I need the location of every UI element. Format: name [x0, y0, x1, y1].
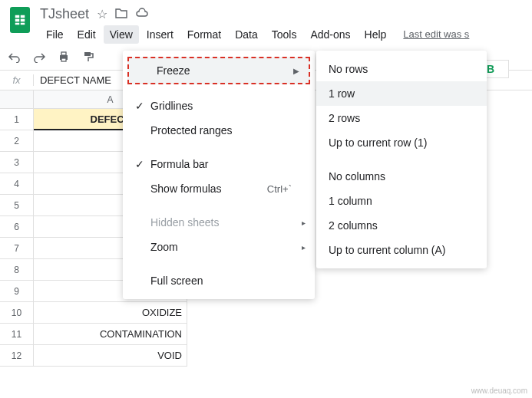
menu-file[interactable]: File [40, 25, 70, 44]
row-header[interactable]: 5 [0, 195, 34, 216]
freeze-1-column[interactable]: 1 column [316, 189, 487, 213]
menu-protected-ranges[interactable]: Protected ranges [123, 118, 315, 143]
cell[interactable]: OXIDIZE [34, 302, 187, 324]
row-header[interactable]: 1 [0, 109, 34, 130]
freeze-no-rows[interactable]: No rows [316, 57, 487, 81]
freeze-2-columns[interactable]: 2 columns [316, 213, 487, 238]
row-header[interactable]: 12 [0, 345, 34, 367]
cell[interactable]: VOID [34, 345, 187, 367]
freeze-2-rows[interactable]: 2 rows [316, 106, 487, 130]
menu-formula-bar[interactable]: ✓Formula bar [123, 152, 315, 176]
chevron-right-icon: ▶ [293, 67, 299, 75]
menubar: File Edit View Insert Format Data Tools … [40, 25, 526, 44]
freeze-submenu: No rows 1 row 2 rows Up to current row (… [316, 51, 487, 268]
menu-insert[interactable]: Insert [140, 25, 180, 44]
menu-addons[interactable]: Add-ons [304, 25, 356, 44]
menu-zoom[interactable]: Zoom▸ [123, 235, 315, 259]
redo-icon[interactable] [31, 48, 48, 65]
menu-full-screen-label: Full screen [150, 275, 292, 287]
row-header[interactable]: 3 [0, 152, 34, 173]
chevron-right-icon: ▸ [302, 219, 306, 227]
formula-bar-input[interactable]: DEFECT NAME [34, 74, 117, 86]
fx-label: fx [0, 74, 34, 86]
check-icon: ✓ [135, 100, 150, 112]
row-header[interactable]: 2 [0, 130, 34, 152]
menu-full-screen[interactable]: Full screen [123, 268, 315, 293]
move-icon[interactable] [115, 8, 127, 21]
menu-gridlines[interactable]: ✓Gridlines [123, 94, 315, 118]
svg-rect-6 [61, 52, 66, 55]
cell[interactable]: CONTAMINATION [34, 324, 187, 345]
menu-hidden-sheets: Hidden sheets▸ [123, 210, 315, 235]
menu-help[interactable]: Help [359, 25, 393, 44]
row-header[interactable]: 8 [0, 259, 34, 281]
print-icon[interactable] [55, 48, 72, 65]
svg-rect-7 [61, 58, 66, 61]
menu-protected-label: Protected ranges [150, 124, 292, 137]
view-dropdown: Freeze▶ ✓Gridlines Protected ranges ✓For… [123, 51, 315, 299]
check-icon: ✓ [135, 158, 150, 170]
row-header[interactable]: 6 [0, 216, 34, 238]
menu-data[interactable]: Data [229, 25, 264, 44]
freeze-up-to-column[interactable]: Up to current column (A) [316, 238, 487, 262]
chevron-right-icon: ▸ [302, 243, 306, 252]
row-header[interactable]: 7 [0, 238, 34, 259]
watermark: www.deuaq.com [471, 386, 527, 395]
freeze-up-to-row[interactable]: Up to current row (1) [316, 130, 487, 155]
menu-freeze[interactable]: Freeze▶ [127, 57, 310, 84]
menu-hidden-sheets-label: Hidden sheets [150, 216, 292, 229]
menu-format[interactable]: Format [181, 25, 227, 44]
select-all-corner[interactable] [0, 90, 34, 109]
menu-edit[interactable]: Edit [71, 25, 102, 44]
freeze-1-row[interactable]: 1 row [316, 81, 487, 106]
menu-show-formulas[interactable]: Show formulasCtrl+` [123, 176, 315, 201]
star-icon[interactable]: ☆ [97, 7, 107, 21]
undo-icon[interactable] [6, 48, 23, 65]
menu-tools[interactable]: Tools [266, 25, 303, 44]
menu-view[interactable]: View [104, 25, 139, 44]
svg-rect-8 [84, 52, 91, 56]
row-header[interactable]: 9 [0, 281, 34, 302]
menu-formula-bar-label: Formula bar [150, 158, 292, 170]
shortcut-label: Ctrl+` [267, 183, 292, 195]
menu-show-formulas-label: Show formulas [150, 183, 267, 195]
menu-gridlines-label: Gridlines [150, 100, 292, 112]
row-header[interactable]: 10 [0, 302, 34, 324]
cloud-icon[interactable] [135, 8, 149, 21]
menu-freeze-label: Freeze [157, 64, 286, 77]
last-edit-link[interactable]: Last edit was s [403, 25, 469, 44]
row-header[interactable]: 11 [0, 324, 34, 345]
menu-zoom-label: Zoom [150, 241, 292, 253]
row-header[interactable]: 4 [0, 173, 34, 195]
sheets-logo[interactable] [6, 6, 34, 34]
freeze-no-columns[interactable]: No columns [316, 164, 487, 189]
paint-format-icon[interactable] [80, 48, 97, 65]
document-title[interactable]: TJsheet [40, 6, 89, 22]
